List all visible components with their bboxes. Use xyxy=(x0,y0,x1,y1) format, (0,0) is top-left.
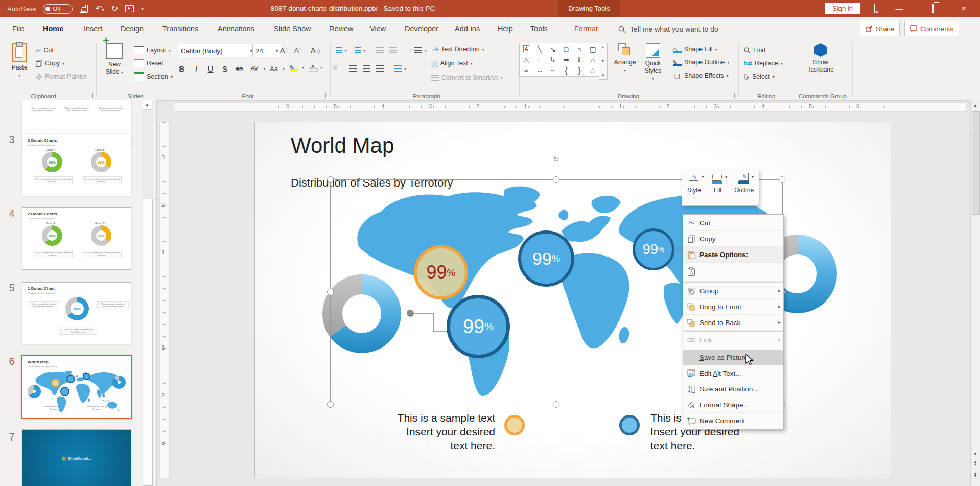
panel-scroll-up-button[interactable]: ▲ xyxy=(142,100,152,110)
tab-add-ins[interactable]: Add-ins xyxy=(454,17,481,40)
shape-line-icon[interactable]: ╲ xyxy=(538,45,542,53)
clear-formatting-button[interactable]: A◇ xyxy=(311,44,320,56)
select-button[interactable]: Select▾ xyxy=(744,71,775,82)
scroll-down-button[interactable]: ▼ xyxy=(971,449,980,460)
shape-fill-button[interactable]: ◇Shape Fill▾ xyxy=(672,43,717,55)
show-taskpane-button[interactable]: Show Taskpane xyxy=(801,42,840,73)
scroll-up-button[interactable]: ▲ xyxy=(971,100,980,111)
shape-curve-icon[interactable]: ~ xyxy=(551,66,555,75)
shape-down-arrow-icon[interactable]: ⇓ xyxy=(576,56,582,64)
replace-button[interactable]: b⇄Replace▾ xyxy=(744,58,783,69)
customize-qat-icon[interactable]: ▾ xyxy=(141,7,144,11)
tab-help[interactable]: Help xyxy=(497,17,514,40)
shape-arrow-icon[interactable]: ↘ xyxy=(550,45,556,53)
share-button[interactable]: Share xyxy=(860,21,900,36)
layout-button[interactable]: Layout▾ xyxy=(134,44,171,56)
ribbon-display-options-button[interactable] xyxy=(865,0,885,17)
reset-button[interactable]: Reset xyxy=(134,58,164,69)
tab-design[interactable]: Design xyxy=(120,17,145,40)
shape-text-box-icon[interactable]: A xyxy=(523,45,530,52)
shape-scribble-icon[interactable]: ≈ xyxy=(524,66,528,75)
menu-item-group[interactable]: Group ▸ xyxy=(683,283,783,299)
menu-item-save-as-picture[interactable]: Save as Picture... xyxy=(683,350,783,365)
menu-item-paste-keep-text[interactable]: A xyxy=(683,263,783,282)
section-button[interactable]: Section▾ xyxy=(134,71,173,82)
previous-slide-button[interactable]: ▲▲ xyxy=(971,461,980,472)
selection-handle-top-center[interactable] xyxy=(553,176,559,183)
legend-orange-circle[interactable] xyxy=(504,415,525,435)
horizontal-ruler[interactable]: 6 5 4 3 2 1 1 2 3 4 5 6 xyxy=(174,102,967,112)
thumbnail-slide-7[interactable]: SlideModel... xyxy=(22,429,131,486)
menu-item-bring-to-front[interactable]: Bring to Front ▸ xyxy=(683,299,783,315)
tab-slide-show[interactable]: Slide Show xyxy=(273,17,312,40)
tab-transitions[interactable]: Transitions xyxy=(161,17,199,40)
justify-button[interactable] xyxy=(376,63,384,74)
menu-item-send-to-back[interactable]: Send to Back ▸ xyxy=(683,315,783,331)
tab-developer[interactable]: Developer xyxy=(404,17,439,40)
save-icon[interactable] xyxy=(80,5,88,13)
selection-handle-top-right[interactable] xyxy=(779,176,785,183)
menu-item-new-comment[interactable]: New Comment xyxy=(683,413,783,428)
font-color-button[interactable]: A▾ xyxy=(308,62,322,73)
copy-button[interactable]: Copy▾ xyxy=(36,58,64,69)
legend-blue-circle[interactable] xyxy=(619,415,640,435)
columns-button[interactable]: ▾ xyxy=(394,63,406,74)
menu-item-format-shape[interactable]: Format Shape... xyxy=(683,397,783,413)
comments-button[interactable]: Comments xyxy=(904,21,959,36)
find-button[interactable]: Find xyxy=(744,44,765,56)
rotate-handle-icon[interactable]: ↻ xyxy=(553,155,559,164)
main-scrollbar[interactable]: ▲ ▼ ▲▲ ▼▼ xyxy=(970,100,980,486)
bullets-button[interactable]: ▾ xyxy=(336,44,347,56)
tab-insert[interactable]: Insert xyxy=(83,17,103,40)
selection-handle-bottom-center[interactable] xyxy=(553,401,559,408)
thumbnail-slide-4[interactable]: 2 Donut Charts Distribution of Sales by … xyxy=(22,207,131,270)
shape-left-brace-icon[interactable]: { xyxy=(565,66,568,75)
clipboard-dialog-launcher[interactable] xyxy=(88,93,93,98)
shape-corner-icon[interactable]: ⌂ xyxy=(591,56,595,64)
menu-item-cut[interactable]: ✂ Cut xyxy=(683,215,783,231)
shrink-font-button[interactable]: Aˇ xyxy=(294,44,301,56)
numbering-button[interactable]: ▾ xyxy=(355,44,365,56)
shape-rounded-rectangle-icon[interactable]: ▢ xyxy=(589,45,596,53)
menu-item-edit-alt-text[interactable]: Edit Alt Text... xyxy=(683,365,783,381)
strikethrough-button[interactable]: ab xyxy=(233,63,245,74)
text-direction-button[interactable]: ↓AText Direction▾ xyxy=(431,43,484,55)
next-slide-button[interactable]: ▼▼ xyxy=(971,473,980,484)
shape-effects-button[interactable]: ❏Shape Effects▾ xyxy=(672,70,729,81)
align-left-button[interactable] xyxy=(333,62,337,73)
shape-arc-icon[interactable]: ⌢ xyxy=(537,66,542,75)
arrange-button[interactable]: Arrange▾ xyxy=(611,42,639,74)
shape-rectangle-icon[interactable]: □ xyxy=(564,45,568,53)
font-name-combo[interactable]: Calibri (Body)▾ xyxy=(178,44,255,57)
selection-handle-top-left[interactable] xyxy=(327,176,334,183)
underline-button[interactable]: U xyxy=(204,63,217,74)
shape-right-arrow-icon[interactable]: ⇒ xyxy=(563,56,569,64)
change-case-button[interactable]: Aa▾ xyxy=(268,63,285,74)
cut-button[interactable]: ✂Cut xyxy=(36,44,54,56)
italic-button[interactable]: I xyxy=(190,63,202,74)
shape-gallery[interactable]: A ╲ ↘ □ ○ ▢ △ ∟ ↳ ⇒ ⇓ ⌂ ≈ ⌢ ~ { } ☆ xyxy=(519,43,600,77)
legend-text-left[interactable]: This is a sample text Insert your desire… xyxy=(342,411,495,452)
line-spacing-button[interactable]: ↕▾ xyxy=(409,44,427,56)
decrease-indent-button[interactable] xyxy=(376,44,384,56)
shape-oval-icon[interactable]: ○ xyxy=(577,45,581,53)
menu-item-copy[interactable]: Copy xyxy=(683,231,783,247)
tell-me-search[interactable]: Tell me what you want to do xyxy=(618,22,718,36)
sign-in-button[interactable]: Sign in xyxy=(825,3,860,14)
align-right-button[interactable] xyxy=(363,63,370,74)
shape-right-brace-icon[interactable]: } xyxy=(578,66,581,75)
align-center-button[interactable] xyxy=(349,63,357,74)
autosave-toggle[interactable]: Off xyxy=(43,4,73,14)
thumbnail-slide-3[interactable]: 2 Donut Charts Distribution of Sales by … xyxy=(22,134,131,196)
minimize-button[interactable]: — xyxy=(889,0,909,17)
increase-indent-button[interactable] xyxy=(389,44,397,56)
shape-outline-button[interactable]: ✎Shape Outline▾ xyxy=(672,57,729,68)
vertical-ruler[interactable]: 3 2 1 1 2 3 xyxy=(159,122,170,478)
quick-styles-button[interactable]: Quick Styles▾ xyxy=(640,42,666,82)
new-slide-button[interactable]: New Slide ▾ xyxy=(101,42,128,76)
start-slideshow-icon[interactable] xyxy=(125,5,134,12)
tab-home[interactable]: Home xyxy=(42,17,64,42)
thumbnail-slide-5[interactable]: 1 Donut Chart Distribution of Sales by G… xyxy=(22,282,131,344)
thumbnail-slide-6[interactable]: World Map Distribution of Sales by Terro… xyxy=(21,355,132,419)
style-button[interactable]: ✎▾ Style xyxy=(687,173,701,205)
